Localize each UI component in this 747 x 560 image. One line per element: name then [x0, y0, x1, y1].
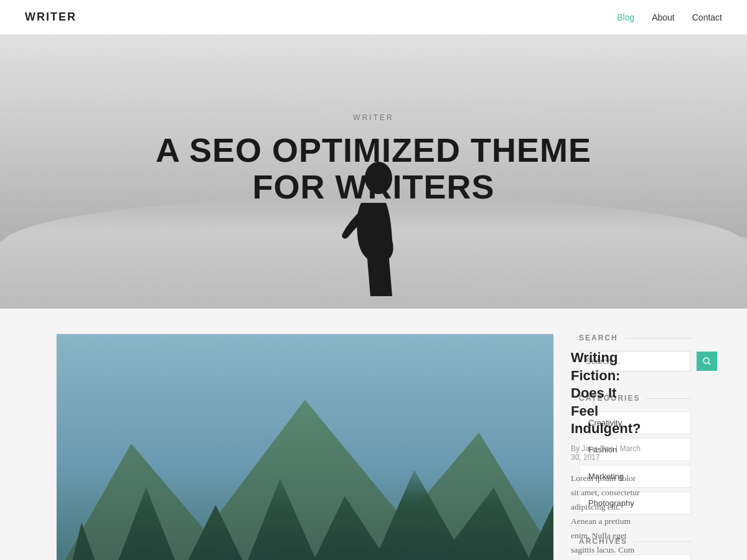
post-title: Writing Fiction: Does It Feel Indulgent? — [571, 349, 641, 438]
post-content: Writing Fiction: Does It Feel Indulgent?… — [553, 334, 655, 560]
hero-section: WRITER A SEO OPTIMIZED THEME FOR WRITERS — [0, 35, 747, 309]
main-nav: BlogAboutContact — [617, 12, 722, 23]
thumbnail-trees — [57, 452, 553, 560]
posts-column: Writing Fiction: Does It Feel Indulgent?… — [56, 334, 554, 560]
hero-text-block: WRITER A SEO OPTIMIZED THEME FOR WRITERS — [156, 113, 591, 206]
post-card: Writing Fiction: Does It Feel Indulgent?… — [56, 334, 554, 560]
site-logo[interactable]: WRITER — [25, 11, 77, 24]
hero-title-line2: FOR WRITERS — [156, 169, 591, 205]
svg-point-1 — [703, 358, 709, 363]
post-meta: By Jane Doe | March 30, 2017 — [571, 444, 641, 462]
search-button[interactable] — [697, 352, 717, 371]
nav-item-contact[interactable]: Contact — [692, 12, 722, 22]
hero-subtitle: WRITER — [156, 113, 591, 122]
post-excerpt: Lorem ipsum dolor sit amet, consectetur … — [571, 472, 641, 560]
hero-title: A SEO OPTIMIZED THEME FOR WRITERS — [156, 132, 591, 206]
nav-item-about[interactable]: About — [652, 12, 675, 22]
main-content: Writing Fiction: Does It Feel Indulgent?… — [44, 309, 703, 560]
post-thumbnail-mountain — [57, 334, 553, 560]
svg-line-2 — [708, 363, 710, 365]
nav-list: BlogAboutContact — [617, 12, 722, 23]
hero-title-line1: A SEO OPTIMIZED THEME — [156, 132, 591, 169]
search-icon — [703, 357, 711, 365]
nav-item-blog[interactable]: Blog — [617, 12, 634, 22]
site-header: WRITER BlogAboutContact — [0, 0, 747, 35]
post-title-link[interactable]: Writing Fiction: Does It Feel Indulgent? — [571, 350, 641, 436]
